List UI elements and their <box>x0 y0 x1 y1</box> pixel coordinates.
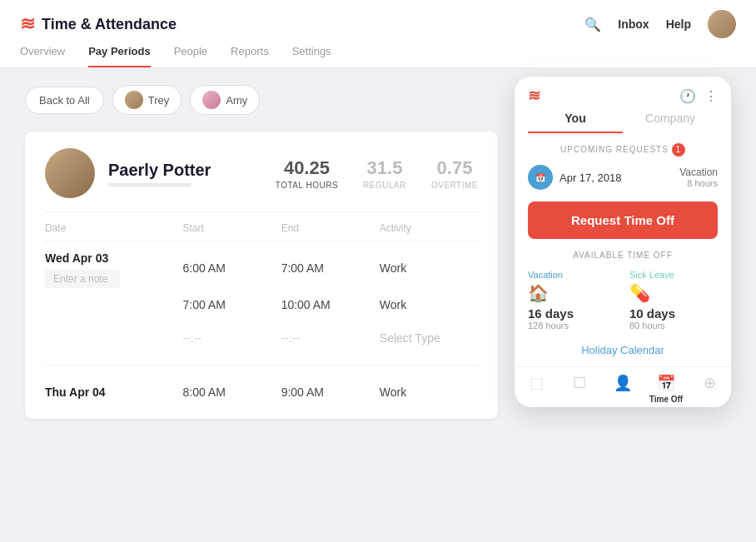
user-tab-trey[interactable]: Trey <box>112 85 182 115</box>
start-time-2: 7:00 AM <box>182 288 281 321</box>
upcoming-label: UPCOMING REQUESTS1 <box>528 143 718 157</box>
start-time-1: 6:00 AM <box>182 251 281 285</box>
mobile-header-icons: 🕐 ⋮ <box>679 88 718 104</box>
profile-card: Paerly Potter 40.25 TOTAL HOURS 31.5 REG… <box>25 132 498 419</box>
calendar-icon: 📅 <box>657 374 675 392</box>
overtime-number: 0.75 <box>431 157 478 179</box>
mobile-logo-icon: ≋ <box>528 87 540 105</box>
date-thu-apr04: Thu Apr 04 <box>45 385 182 399</box>
time-off-types: Vacation 🏠 16 days 128 hours Sick Leave … <box>528 270 718 331</box>
regular-label: REGULAR <box>363 181 406 190</box>
sick-hours: 80 hours <box>629 321 718 331</box>
regular-number: 31.5 <box>363 157 406 179</box>
check-icon: ☐ <box>573 374 586 392</box>
upcoming-right: Vacation 8 hours <box>679 167 718 188</box>
inbox-link[interactable]: Inbox <box>618 17 649 31</box>
stat-regular: 31.5 REGULAR <box>363 157 406 190</box>
request-time-off-button[interactable]: Request Time Off <box>528 201 718 239</box>
amy-label: Amy <box>226 94 247 107</box>
upcoming-date-dot: 📅 <box>528 165 553 190</box>
sick-days: 10 days <box>629 306 718 321</box>
left-panel: Back to All Trey Amy Paerly Potter <box>25 85 498 419</box>
mobile-mockup: ≋ 🕐 ⋮ You Company UPCOMING REQUESTS1 � <box>515 77 731 407</box>
stat-overtime: 0.75 OVERTIME <box>431 157 478 190</box>
vacation-icon: 🏠 <box>528 283 616 303</box>
overtime-label: OVERTIME <box>431 181 478 190</box>
user-avatar[interactable] <box>708 10 736 38</box>
activity-thu: Work <box>380 375 478 409</box>
profile-avatar <box>45 148 95 198</box>
mobile-tab-you[interactable]: You <box>528 112 623 133</box>
nav-tabs: Overview Pay Periods People Reports Sett… <box>20 45 736 67</box>
sick-icon: 💊 <box>629 283 718 303</box>
activity-2: Work <box>380 288 478 321</box>
bottom-nav-more[interactable]: ⊕ <box>688 374 731 404</box>
home-icon: ⬚ <box>530 374 544 392</box>
tab-overview[interactable]: Overview <box>20 45 65 67</box>
vacation-hours: 128 hours <box>528 321 616 331</box>
bottom-nav-time-off[interactable]: 📅 Time Off <box>644 374 688 404</box>
end-time-placeholder: --:-- <box>281 321 380 355</box>
note-input-wed[interactable]: Enter a note <box>45 270 120 288</box>
total-hours-label: TOTAL HOURS <box>276 181 338 190</box>
date-cell-wed: Wed Apr 03 Enter a note <box>45 251 182 288</box>
app-title: Time & Attendance <box>42 16 177 33</box>
total-hours-number: 40.25 <box>276 157 338 179</box>
user-tab-amy[interactable]: Amy <box>190 85 260 115</box>
help-link[interactable]: Help <box>666 17 691 31</box>
search-icon[interactable]: 🔍 <box>584 17 601 32</box>
right-panel: ≋ 🕐 ⋮ You Company UPCOMING REQUESTS1 � <box>515 85 731 419</box>
amy-avatar <box>202 91 221 109</box>
upcoming-badge: 1 <box>672 143 685 157</box>
mobile-more-icon[interactable]: ⋮ <box>704 88 718 104</box>
bottom-nav-check[interactable]: ☐ <box>558 374 601 404</box>
end-time-thu: 9:00 AM <box>281 375 380 409</box>
date-cell-thu: Thu Apr 04 <box>45 385 182 399</box>
upcoming-row: 📅 Apr 17, 2018 Vacation 8 hours <box>528 165 718 190</box>
tab-people[interactable]: People <box>174 45 207 67</box>
profile-name-area: Paerly Potter <box>108 161 262 186</box>
bottom-nav-home[interactable]: ⬚ <box>515 374 558 404</box>
activity-select-type[interactable]: Select Type <box>380 321 478 355</box>
sub-nav: Back to All Trey Amy <box>25 85 498 115</box>
activity-1: Work <box>380 251 478 285</box>
profile-progress-bar <box>108 183 191 186</box>
col-date: Date <box>45 222 182 234</box>
stat-total-hours: 40.25 TOTAL HOURS <box>276 157 338 190</box>
top-nav: ≋ Time & Attendance 🔍 Inbox Help Overvie… <box>0 0 756 68</box>
mobile-tab-company[interactable]: Company <box>623 112 718 133</box>
back-to-all-button[interactable]: Back to All <box>25 87 104 114</box>
table-header: Date Start End Activity <box>45 212 478 241</box>
upcoming-hours: 8 hours <box>679 178 718 188</box>
main-content: Back to All Trey Amy Paerly Potter <box>0 68 756 435</box>
time-off-sick: Sick Leave 💊 10 days 80 hours <box>629 270 718 331</box>
trey-label: Trey <box>148 94 170 107</box>
time-table: Date Start End Activity Wed Apr 03 Enter… <box>45 212 478 419</box>
end-time-1: 7:00 AM <box>281 251 380 285</box>
mobile-body: UPCOMING REQUESTS1 📅 Apr 17, 2018 Vacati… <box>515 143 731 356</box>
sick-label: Sick Leave <box>629 270 718 280</box>
bottom-nav-user[interactable]: 👤 <box>601 374 644 404</box>
logo-area: ≋ Time & Attendance <box>20 15 177 33</box>
mobile-clock-icon[interactable]: 🕐 <box>679 88 696 104</box>
col-start: Start <box>182 222 281 234</box>
end-time-2: 10:00 AM <box>281 288 380 321</box>
profile-stats: 40.25 TOTAL HOURS 31.5 REGULAR 0.75 OVER… <box>276 157 478 190</box>
date-wed-apr03: Wed Apr 03 <box>45 251 182 265</box>
profile-name: Paerly Potter <box>108 161 262 180</box>
mobile-tabs: You Company <box>515 105 731 133</box>
vacation-days: 16 days <box>528 306 616 321</box>
user-icon: 👤 <box>614 374 632 392</box>
upcoming-type: Vacation <box>679 167 718 178</box>
upcoming-left: 📅 Apr 17, 2018 <box>528 165 621 190</box>
tab-settings[interactable]: Settings <box>292 45 331 67</box>
tab-reports[interactable]: Reports <box>231 45 269 67</box>
mobile-header: ≋ 🕐 ⋮ <box>515 77 731 105</box>
col-activity: Activity <box>380 222 478 234</box>
vacation-label: Vacation <box>528 270 616 280</box>
start-time-placeholder: --:-- <box>182 321 281 355</box>
holiday-calendar-link[interactable]: Holiday Calendar <box>528 344 718 356</box>
tab-pay-periods[interactable]: Pay Periods <box>88 45 150 67</box>
nav-right: 🔍 Inbox Help <box>584 10 736 38</box>
upcoming-date-text: Apr 17, 2018 <box>560 172 621 184</box>
